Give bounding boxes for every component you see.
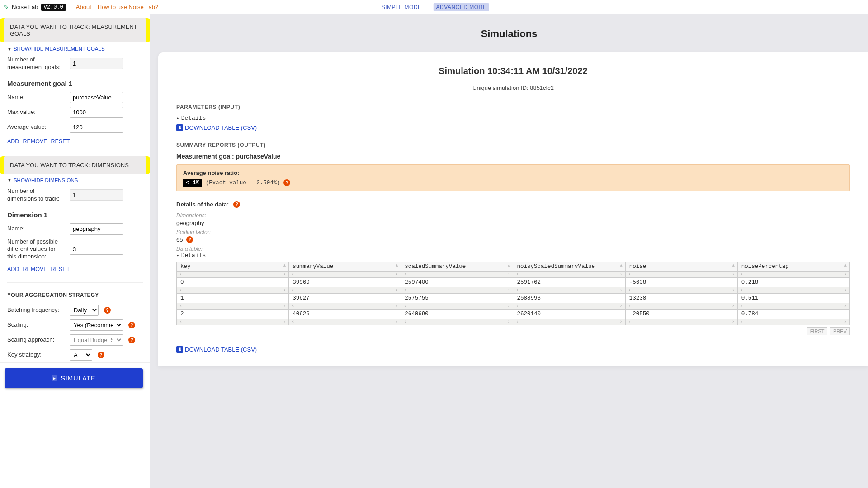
app-name: Noise Lab [12,4,38,10]
simulations-title: Simulations [150,28,868,40]
sort-icon[interactable]: ▲ [508,264,510,268]
num-dim-input[interactable] [70,189,123,201]
noise-exact: (Exact value = 0.504%) [206,180,280,186]
help-icon[interactable]: ? [186,236,193,243]
pager-first-button[interactable]: FIRST [807,327,828,335]
download-reports-csv[interactable]: ⬇ DOWNLOAD TABLE (CSV) [176,346,257,353]
toggle-dimensions[interactable]: SHOW/HIDE DIMENSIONS [0,174,150,186]
goal-actions: ADD REMOVE RESET [0,135,150,148]
row-spacer-cell: ‹› [737,303,849,310]
batching-select[interactable]: Daily [70,305,99,316]
data-table-details-toggle[interactable]: Details [176,252,850,259]
pager-prev-button[interactable]: PREV [830,327,850,335]
sort-icon[interactable]: ▲ [283,264,286,268]
row-spacer-cell: ‹› [625,303,737,310]
table-header[interactable]: noisyScaledSummaryValue▲ [513,262,625,272]
dim-count-input[interactable] [70,244,123,255]
row-spacer-cell: ‹› [177,303,289,310]
filter-cell[interactable]: ‹› [289,272,401,278]
row-spacer-cell: ‹› [401,303,513,310]
max-value-input[interactable] [70,107,123,118]
scaling-select[interactable]: Yes (Recommended) [70,319,123,331]
goal-name-input[interactable] [70,92,123,103]
parameters-details-toggle[interactable]: Details [176,115,850,122]
table-header[interactable]: noisePercentag▲ [737,262,849,272]
data-table-label: Data table: [176,246,850,252]
num-dim-label: Number of dimensions to track: [7,188,66,203]
download-params-csv[interactable]: ⬇ DOWNLOAD TABLE (CSV) [176,124,257,131]
table-cell: 1 [177,294,289,303]
parameters-label: PARAMETERS (INPUT) [176,104,850,110]
row-spacer-cell: ‹› [401,287,513,294]
keystrat-label: Key strategy: [7,351,66,359]
table-header[interactable]: key▲ [177,262,289,272]
dim-actions: ADD REMOVE RESET [0,263,150,276]
filter-cell[interactable]: ‹› [177,272,289,278]
dim-name-input[interactable] [70,223,123,235]
table-row: 24062626406902620140-205500.784 [177,310,850,319]
about-link[interactable]: About [76,4,91,10]
row-spacer-cell: ‹› [625,319,737,325]
filter-cell[interactable]: ‹› [513,272,625,278]
keystrat-select[interactable]: A [70,349,92,361]
table-header[interactable]: noise▲ [625,262,737,272]
help-icon[interactable]: ? [128,322,135,328]
download-reports-label: DOWNLOAD TABLE (CSV) [185,346,257,353]
download-params-label: DOWNLOAD TABLE (CSV) [185,124,257,131]
tab-advanced-mode[interactable]: ADVANCED MODE [434,3,490,11]
table-cell: 2 [177,310,289,319]
noise-ratio-box: Average noise ratio: < 1% (Exact value =… [176,164,850,191]
table-cell: 13238 [625,294,737,303]
help-icon[interactable]: ? [128,337,135,343]
table-header[interactable]: scaledSummaryValue▲ [401,262,513,272]
remove-dim-button[interactable]: REMOVE [23,266,47,272]
table-cell: -5638 [625,278,737,287]
table-row: 13962725757552588993132380.511 [177,294,850,303]
add-goal-button[interactable]: ADD [7,138,19,145]
table-row: 03996025974002591762-56380.218 [177,278,850,287]
help-icon[interactable]: ? [98,352,104,358]
num-goals-label: Number of measurement goals: [7,56,66,71]
table-cell: 40626 [289,310,401,319]
section-measurement-goals-header: DATA YOU WANT TO TRACK: MEASUREMENT GOAL… [4,18,146,42]
noise-ratio-label: Average noise ratio: [183,169,843,176]
sort-icon[interactable]: ▲ [396,264,398,268]
toggle-measurement-goals[interactable]: SHOW/HIDE MEASUREMENT GOALS [0,42,150,54]
approach-select[interactable]: Equal Budget Split [70,334,123,346]
dim-count-label: Number of possible different values for … [7,238,66,261]
download-info-icon: ⬇ [176,346,183,353]
row-spacer-cell: ‹› [289,287,401,294]
table-cell: 2575755 [401,294,513,303]
reset-goal-button[interactable]: RESET [51,138,70,145]
avg-value-input[interactable] [70,122,123,133]
top-links: About How to use Noise Lab? [76,4,158,10]
simulate-button[interactable]: ▶ SIMULATE [5,368,143,388]
num-goals-input[interactable] [70,58,123,69]
batching-label: Batching frequency: [7,306,66,314]
filter-cell[interactable]: ‹› [737,272,849,278]
help-icon[interactable]: ? [233,201,240,208]
remove-goal-button[interactable]: REMOVE [23,138,47,145]
approach-label: Scaling approach: [7,336,66,344]
tab-simple-mode[interactable]: SIMPLE MODE [379,3,425,11]
table-cell: 0.511 [737,294,849,303]
table-cell: 2597400 [401,278,513,287]
row-spacer-cell: ‹› [625,287,737,294]
content-area: Simulations Simulation 10:34:11 AM 10/31… [150,14,868,488]
help-icon[interactable]: ? [283,179,290,186]
sort-icon[interactable]: ▲ [844,264,847,268]
add-dim-button[interactable]: ADD [7,266,19,272]
dim1-heading: Dimension 1 [0,205,150,221]
help-icon[interactable]: ? [104,307,111,314]
howto-link[interactable]: How to use Noise Lab? [98,4,158,10]
measurement-goal-title: Measurement goal: purchaseValue [176,153,850,160]
goal1-heading: Measurement goal 1 [0,73,150,90]
reset-dim-button[interactable]: RESET [51,266,70,272]
row-spacer-cell: ‹› [177,319,289,325]
table-header[interactable]: summaryValue▲ [289,262,401,272]
filter-cell[interactable]: ‹› [401,272,513,278]
table-cell: 2588993 [513,294,625,303]
sort-icon[interactable]: ▲ [620,264,622,268]
sort-icon[interactable]: ▲ [732,264,734,268]
filter-cell[interactable]: ‹› [625,272,737,278]
